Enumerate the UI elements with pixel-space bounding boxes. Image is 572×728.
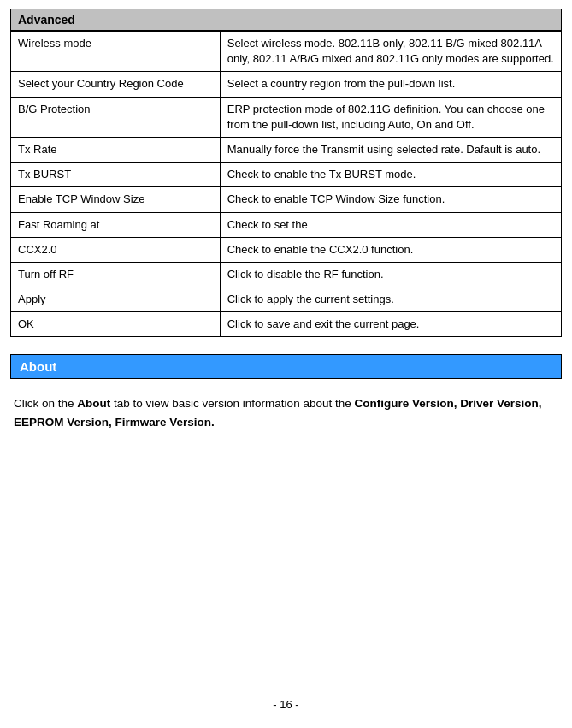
table-row: CCX2.0Check to enable the CCX2.0 functio…: [11, 237, 562, 262]
row-description: Check to enable the Tx BURST mode.: [220, 163, 561, 187]
about-text-part2: tab to view basic version information ab…: [110, 397, 354, 410]
row-description: Click to disable the RF function.: [220, 262, 561, 287]
advanced-section-header: Advanced: [10, 9, 562, 31]
table-row: OKClick to save and exit the current pag…: [11, 312, 562, 337]
row-label: OK: [11, 312, 221, 337]
row-label: Apply: [11, 287, 221, 312]
row-description: ERP protection mode of 802.11G definitio…: [220, 97, 561, 137]
row-description: Select a country region from the pull-do…: [220, 72, 561, 97]
about-text-part1: Click on the: [14, 397, 77, 410]
row-description: Check to enable the CCX2.0 function.: [220, 237, 561, 262]
about-text-block: Click on the About tab to view basic ver…: [10, 394, 562, 431]
table-row: Select your Country Region CodeSelect a …: [11, 72, 562, 97]
row-description: Check to enable TCP Window Size function…: [220, 187, 561, 212]
table-row: Tx RateManually force the Transmit using…: [11, 137, 562, 162]
table-row: Enable TCP Window SizeCheck to enable TC…: [11, 187, 562, 212]
table-row: Fast Roaming atCheck to set the: [11, 212, 562, 237]
row-label: Tx Rate: [11, 137, 221, 162]
row-label: Wireless mode: [11, 32, 221, 72]
about-section-header: About: [10, 354, 562, 379]
page-wrapper: Advanced Wireless modeSelect wireless mo…: [0, 0, 572, 728]
row-description: Manually force the Transmit using select…: [220, 137, 561, 162]
row-label: Select your Country Region Code: [11, 72, 221, 97]
table-row: Wireless modeSelect wireless mode. 802.1…: [11, 32, 562, 72]
page-number: - 16 -: [273, 698, 298, 711]
advanced-header-label: Advanced: [18, 13, 75, 27]
row-description: Click to save and exit the current page.: [220, 312, 561, 337]
row-label: Turn off RF: [11, 262, 221, 287]
about-text-bold1: About: [77, 397, 110, 410]
row-description: Check to set the: [220, 212, 561, 237]
row-label: B/G Protection: [11, 97, 221, 137]
row-description: Select wireless mode. 802.11B only, 802.…: [220, 32, 561, 72]
table-row: ApplyClick to apply the current settings…: [11, 287, 562, 312]
about-header-label: About: [20, 359, 56, 374]
table-row: Turn off RFClick to disable the RF funct…: [11, 262, 562, 287]
row-description: Click to apply the current settings.: [220, 287, 561, 312]
advanced-table: Wireless modeSelect wireless mode. 802.1…: [10, 31, 562, 337]
row-label: Fast Roaming at: [11, 212, 221, 237]
page-footer: - 16 -: [10, 681, 562, 719]
row-label: Tx BURST: [11, 163, 221, 187]
table-row: Tx BURSTCheck to enable the Tx BURST mod…: [11, 163, 562, 187]
row-label: CCX2.0: [11, 237, 221, 262]
table-row: B/G ProtectionERP protection mode of 802…: [11, 97, 562, 137]
row-label: Enable TCP Window Size: [11, 187, 221, 212]
